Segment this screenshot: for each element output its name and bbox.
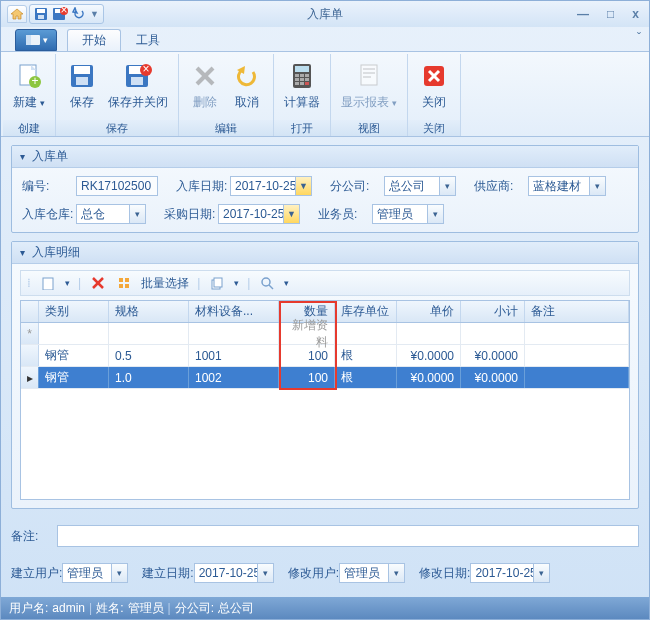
- maximize-button[interactable]: □: [603, 7, 618, 21]
- no-input[interactable]: [76, 176, 158, 196]
- ribbon-group-create: 创建: [3, 120, 55, 136]
- detail-toolbar: ⁞ ▾ | 批量选择 | ▾ | ▾: [20, 270, 630, 296]
- window-title: 入库单: [307, 6, 343, 23]
- no-label: 编号:: [22, 178, 76, 195]
- collapse-icon[interactable]: ▾: [20, 247, 32, 258]
- quick-access-toolbar: × ▼: [29, 4, 104, 24]
- col-subtotal[interactable]: 小计: [461, 301, 525, 322]
- remark-label: 备注:: [11, 528, 51, 545]
- save-icon: [66, 60, 98, 92]
- app-home-icon[interactable]: [7, 5, 27, 23]
- svg-rect-31: [300, 78, 304, 81]
- chevron-down-icon[interactable]: ▾: [232, 278, 241, 288]
- svg-rect-3: [38, 15, 44, 19]
- svg-rect-46: [119, 278, 123, 282]
- table-row[interactable]: 钢管 0.5 1001 100 根 ¥0.0000 ¥0.0000: [21, 345, 629, 367]
- ribbon-group-save: 保存: [56, 120, 178, 136]
- svg-rect-19: [131, 77, 143, 85]
- ribbon-group-edit: 编辑: [179, 120, 273, 136]
- svg-text:×: ×: [60, 7, 67, 17]
- titlebar: × ▼ 入库单 — □ x: [1, 1, 649, 27]
- col-unit[interactable]: 库存单位: [335, 301, 397, 322]
- new-icon: +: [13, 60, 45, 92]
- chevron-down-icon[interactable]: ▾: [257, 564, 273, 582]
- modify-date-label: 修改日期:: [419, 565, 470, 582]
- delete-button[interactable]: 删除: [185, 56, 225, 118]
- create-user-label: 建立用户:: [11, 565, 62, 582]
- undo-icon: [231, 60, 263, 92]
- svg-rect-16: [76, 77, 88, 85]
- svg-line-53: [269, 285, 273, 289]
- detail-grid[interactable]: 类别 规格 材料设备... 数量 库存单位 单价 小计 备注 * 新增资料: [20, 300, 630, 500]
- search-button[interactable]: [256, 273, 278, 293]
- save-button[interactable]: 保存: [62, 56, 102, 118]
- form-panel-title: 入库单: [32, 148, 68, 165]
- svg-rect-30: [295, 78, 299, 81]
- col-remark[interactable]: 备注: [525, 301, 629, 322]
- col-price[interactable]: 单价: [397, 301, 461, 322]
- svg-rect-38: [363, 72, 375, 74]
- detail-panel-title: 入库明细: [32, 244, 80, 261]
- qat-undo-icon[interactable]: [72, 7, 86, 21]
- close-button[interactable]: 关闭: [414, 56, 454, 118]
- qat-saveclose-icon[interactable]: ×: [52, 7, 68, 21]
- in-date-label: 入库日期:: [176, 178, 230, 195]
- svg-marker-0: [11, 9, 23, 19]
- calculator-button[interactable]: 计算器: [280, 56, 324, 118]
- svg-rect-51: [214, 278, 222, 287]
- batch-icon[interactable]: [113, 273, 135, 293]
- clerk-label: 业务员:: [318, 206, 372, 223]
- col-category[interactable]: 类别: [39, 301, 109, 322]
- new-button[interactable]: + 新建 ▾: [9, 56, 49, 118]
- chevron-down-icon[interactable]: ▾: [282, 278, 291, 288]
- qat-dropdown-icon[interactable]: ▼: [90, 9, 99, 19]
- chevron-down-icon[interactable]: ▾: [388, 564, 404, 582]
- chevron-down-icon[interactable]: ▾: [63, 278, 72, 288]
- chevron-down-icon[interactable]: ▾: [533, 564, 549, 582]
- warehouse-label: 入库仓库:: [22, 206, 76, 223]
- svg-rect-32: [305, 78, 309, 81]
- cancel-button[interactable]: 取消: [227, 56, 267, 118]
- batch-select-button[interactable]: 批量选择: [139, 275, 191, 292]
- app-menu-button[interactable]: ▾: [15, 29, 57, 51]
- new-row[interactable]: * 新增资料: [21, 323, 629, 345]
- svg-rect-33: [295, 82, 299, 85]
- statusbar: 用户名: admin | 姓名: 管理员 | 分公司: 总公司: [1, 597, 649, 619]
- calculator-icon: [286, 60, 318, 92]
- svg-rect-34: [300, 82, 304, 85]
- save-close-icon: ×: [122, 60, 154, 92]
- chevron-down-icon[interactable]: ▼: [295, 177, 311, 195]
- collapse-icon[interactable]: ▾: [20, 151, 32, 162]
- minimize-button[interactable]: —: [573, 7, 593, 21]
- tab-tools[interactable]: 工具: [121, 29, 175, 51]
- copy-button[interactable]: [206, 273, 228, 293]
- svg-rect-43: [43, 278, 53, 290]
- svg-rect-27: [295, 74, 299, 77]
- svg-rect-28: [300, 74, 304, 77]
- tab-start[interactable]: 开始: [67, 29, 121, 51]
- save-close-button[interactable]: × 保存并关闭: [104, 56, 172, 118]
- svg-rect-9: [26, 35, 31, 45]
- close-window-button[interactable]: x: [628, 7, 643, 21]
- report-icon: [353, 60, 385, 92]
- chevron-down-icon[interactable]: ▾: [589, 177, 605, 195]
- chevron-down-icon[interactable]: ▾: [129, 205, 145, 223]
- remark-input[interactable]: [57, 525, 639, 547]
- chevron-down-icon[interactable]: ▾: [427, 205, 443, 223]
- form-panel: ▾ 入库单 编号: 入库日期: ▼ 分公司: ▾ 供应商: ▾ 入库仓库: ▾: [11, 145, 639, 233]
- ribbon-collapse-icon[interactable]: ˇ: [637, 31, 641, 45]
- chevron-down-icon[interactable]: ▾: [439, 177, 455, 195]
- col-material[interactable]: 材料设备...: [189, 301, 279, 322]
- chevron-down-icon[interactable]: ▾: [111, 564, 127, 582]
- delete-row-button[interactable]: [87, 273, 109, 293]
- show-report-button[interactable]: 显示报表 ▾: [337, 56, 401, 118]
- chevron-down-icon[interactable]: ▼: [283, 205, 299, 223]
- svg-text:+: +: [31, 74, 38, 88]
- supplier-label: 供应商:: [474, 178, 528, 195]
- qat-save-icon[interactable]: [34, 7, 48, 21]
- new-row-button[interactable]: [37, 273, 59, 293]
- svg-rect-48: [119, 284, 123, 288]
- table-row[interactable]: ▸ 钢管 1.0 1002 100 根 ¥0.0000 ¥0.0000: [21, 367, 629, 389]
- svg-rect-49: [125, 284, 129, 288]
- col-spec[interactable]: 规格: [109, 301, 189, 322]
